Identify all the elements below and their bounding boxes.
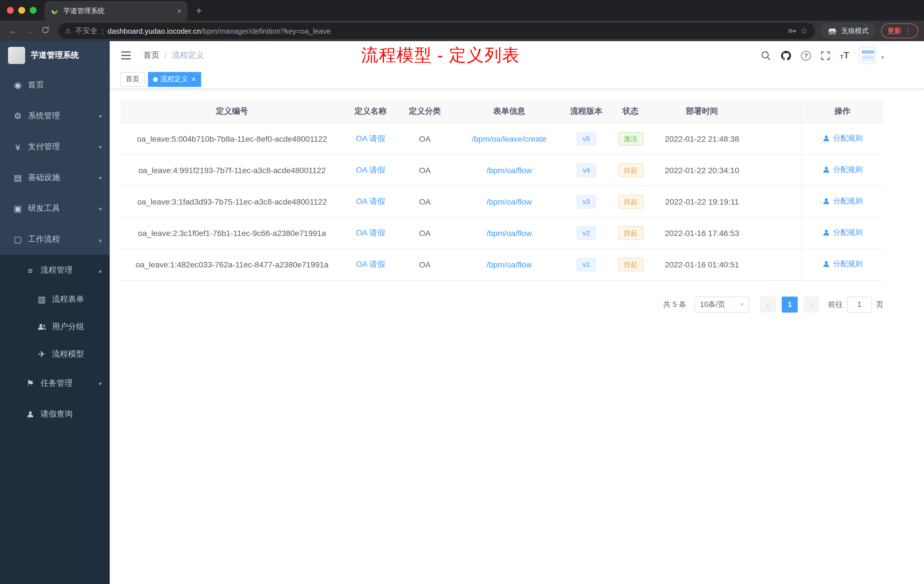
page-number-1[interactable]: 1 <box>782 296 798 312</box>
new-tab-button[interactable]: + <box>191 3 207 19</box>
table-row: oa_leave:3:1fad3d93-7b75-11ec-a3c8-acde4… <box>120 186 883 217</box>
close-window-button[interactable] <box>7 7 14 14</box>
breadcrumb: 首页 / 流程定义 <box>144 50 204 61</box>
goto-page-input[interactable] <box>847 296 872 312</box>
chrome-update-button[interactable]: 更新 ⋮ <box>881 23 918 38</box>
browser-menu-dots-icon[interactable]: ⋮ <box>904 26 912 35</box>
bookmark-star-icon[interactable]: ☆ <box>800 26 808 36</box>
table-row: oa_leave:1:482ec033-762a-11ec-8477-a2380… <box>120 249 883 280</box>
main-content: 定义编号定义名称定义分类表单信息流程版本状态部署时间操作 oa_leave:5:… <box>110 89 924 584</box>
sidebar-item-leave-query[interactable]: 请假查询 <box>0 399 110 430</box>
sidebar-item-label: 请假查询 <box>41 409 102 419</box>
avatar-caret-down-icon[interactable]: ▾ <box>881 54 884 61</box>
chevron-down-icon: ▾ <box>99 113 102 119</box>
browser-tab[interactable]: 芋道管理系统 × <box>45 1 187 21</box>
tag-close-icon[interactable]: × <box>191 76 196 83</box>
sidebar-item-label: 用户分组 <box>52 322 102 332</box>
app-header: 首页 / 流程定义 流程模型 - 定义列表 ? TT <box>110 41 924 70</box>
sidebar-item-process-model[interactable]: ✈流程模型 <box>0 341 110 368</box>
definition-name-link[interactable]: OA 请假 <box>356 134 385 143</box>
sidebar-item-home[interactable]: ◉首页 <box>0 70 110 101</box>
dashboard-icon: ◉ <box>12 80 24 90</box>
forward-icon[interactable]: → <box>22 26 36 36</box>
assign-rule-link[interactable]: 分配规则 <box>822 228 863 238</box>
user-avatar[interactable] <box>859 47 876 64</box>
omnibox-separator: | <box>102 26 104 35</box>
version-badge: v1 <box>577 257 596 271</box>
sidebar-item-label: 流程模型 <box>52 349 102 360</box>
column-header: 部署时间 <box>655 100 749 123</box>
active-tag-dot <box>153 77 158 81</box>
table-row: oa_leave:4:991f2193-7b7f-11ec-a3c8-acde4… <box>120 154 883 186</box>
assign-rule-link[interactable]: 分配规则 <box>822 196 863 206</box>
tab-close-icon[interactable]: × <box>177 7 182 15</box>
form-info-link[interactable]: /bpm/oa/flow <box>487 197 532 206</box>
table-spacer <box>749 123 801 154</box>
chevron-down-icon: ▾ <box>99 380 102 386</box>
form-info-link[interactable]: /bpm/oa/flow <box>487 228 532 238</box>
monitor-icon: ▤ <box>12 173 24 183</box>
sidebar-item-process-form[interactable]: ▥流程表单 <box>0 286 110 313</box>
help-icon[interactable]: ? <box>801 51 811 60</box>
address-bar[interactable]: ⚠ 不安全 | dashboard.yudao.iocoder.cn/bpm/m… <box>58 23 815 39</box>
sidebar-item-payment-management[interactable]: ¥支付管理▾ <box>0 132 110 162</box>
deploy-time: 2022-01-22 20:34:10 <box>655 154 749 186</box>
fullscreen-icon[interactable] <box>820 51 830 60</box>
logo-avatar <box>8 47 25 64</box>
collapse-sidebar-icon[interactable] <box>121 51 131 59</box>
sidebar-item-process-management[interactable]: ≡流程管理▴ <box>0 255 110 286</box>
sidebar-item-workflow[interactable]: ▢工作流程▴ <box>0 224 110 255</box>
sidebar-item-task-management[interactable]: ⚑任务管理▾ <box>0 368 110 399</box>
definition-name-link[interactable]: OA 请假 <box>356 228 385 237</box>
status-badge: 挂起 <box>618 257 643 271</box>
sidebar-item-label: 首页 <box>28 80 102 90</box>
sidebar-item-dev-tools[interactable]: ▣研发工具▾ <box>0 193 110 224</box>
table-row: oa_leave:5:004b710b-7b8a-11ec-8ef0-acde4… <box>120 123 883 154</box>
breadcrumb-separator: / <box>165 51 167 60</box>
sidebar-item-infrastructure[interactable]: ▤基础设施▾ <box>0 162 110 193</box>
password-key-icon[interactable] <box>787 26 796 35</box>
tag-home[interactable]: 首页 <box>120 72 145 87</box>
github-icon[interactable] <box>780 50 792 61</box>
definition-name-link[interactable]: OA 请假 <box>356 259 385 268</box>
definition-name-link[interactable]: OA 请假 <box>356 196 385 205</box>
table-header-row: 定义编号定义名称定义分类表单信息流程版本状态部署时间操作 <box>120 100 883 123</box>
breadcrumb-home[interactable]: 首页 <box>144 50 159 61</box>
definition-category: OA <box>398 154 452 186</box>
tag-process-definition[interactable]: 流程定义 × <box>148 72 201 87</box>
pagination: 共 5 条 10条/页 ▾ ‹ 1 › 前往 页 <box>120 296 883 312</box>
back-icon[interactable]: ← <box>6 26 21 36</box>
prev-page-button[interactable]: ‹ <box>760 296 776 312</box>
assign-rule-link[interactable]: 分配规则 <box>822 165 863 175</box>
version-badge: v3 <box>577 195 596 208</box>
form-info-link[interactable]: /bpm/oa/flow <box>487 260 532 269</box>
incognito-label: 无痕模式 <box>841 26 869 36</box>
next-page-button[interactable]: › <box>804 296 819 312</box>
browser-window: 芋道管理系统 × + ← → ⚠ 不安全 | dashboard.yudao.i… <box>0 0 924 584</box>
page-size-select[interactable]: 10条/页 ▾ <box>694 296 749 312</box>
security-label[interactable]: 不安全 <box>76 26 98 36</box>
table-row: oa_leave:2:3c1f0ef1-76b1-11ec-9c66-a2380… <box>120 217 883 249</box>
chevron-down-icon: ▾ <box>99 175 102 181</box>
sidebar-item-user-group[interactable]: 用户分组 <box>0 313 110 341</box>
sidebar-item-system-management[interactable]: ⚙系统管理▾ <box>0 101 110 132</box>
status-badge: 挂起 <box>618 195 643 208</box>
browser-toolbar: ← → ⚠ 不安全 | dashboard.yudao.iocoder.cn/b… <box>0 21 924 41</box>
url-text[interactable]: dashboard.yudao.iocoder.cn/bpm/manager/d… <box>107 26 783 35</box>
status-badge: 挂起 <box>618 226 643 240</box>
column-header: 流程版本 <box>566 100 606 123</box>
sidebar-item-label: 基础设施 <box>28 173 99 183</box>
sidebar-logo[interactable]: 芋道管理系统 <box>0 41 110 70</box>
definition-name-link[interactable]: OA 请假 <box>356 165 385 174</box>
assign-rule-link[interactable]: 分配规则 <box>822 259 863 269</box>
minimize-window-button[interactable] <box>18 7 25 14</box>
maximize-window-button[interactable] <box>30 7 36 14</box>
form-info-link[interactable]: /bpm/oa/flow <box>487 165 532 175</box>
reload-icon[interactable] <box>38 25 53 36</box>
column-header: 定义编号 <box>120 100 343 123</box>
assign-rule-link[interactable]: 分配规则 <box>822 133 863 144</box>
definition-id: oa_leave:3:1fad3d93-7b75-11ec-a3c8-acde4… <box>120 186 343 217</box>
form-info-link[interactable]: /bpm/oa/leave/create <box>472 134 546 143</box>
search-icon[interactable] <box>761 50 771 61</box>
font-size-icon[interactable]: TT <box>840 51 849 60</box>
